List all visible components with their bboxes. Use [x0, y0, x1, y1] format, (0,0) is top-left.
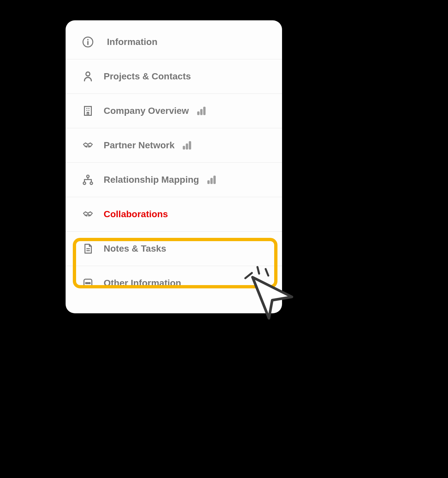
menu-item-collaborations[interactable]: Collaborations	[66, 197, 282, 232]
building-icon	[81, 104, 94, 117]
handshake-icon	[81, 208, 94, 221]
chart-icon	[195, 104, 208, 117]
svg-rect-21	[214, 176, 216, 184]
svg-rect-14	[186, 143, 188, 149]
menu-item-notes-tasks[interactable]: Notes & Tasks	[66, 232, 282, 266]
navigation-panel: Information Projects & Contacts Company …	[66, 20, 282, 313]
menu-label: Information	[107, 37, 271, 47]
menu-item-partner-network[interactable]: Partner Network	[66, 128, 282, 163]
svg-rect-11	[200, 109, 202, 115]
menu-item-projects-contacts[interactable]: Projects & Contacts	[66, 59, 282, 94]
svg-rect-12	[203, 107, 206, 115]
more-horizontal-icon	[81, 277, 94, 290]
chart-icon	[180, 139, 193, 152]
svg-point-25	[86, 282, 87, 284]
document-icon	[81, 242, 94, 255]
menu-label: Relationship Mapping	[104, 175, 199, 185]
info-circle-icon	[81, 35, 94, 49]
menu-label: Projects & Contacts	[104, 71, 271, 82]
svg-rect-19	[207, 180, 210, 184]
svg-rect-15	[189, 141, 191, 150]
svg-rect-4	[85, 107, 92, 115]
menu-item-other-information[interactable]: Other Information	[66, 266, 282, 300]
chart-icon	[205, 173, 218, 186]
svg-rect-9	[87, 113, 89, 115]
menu-item-information[interactable]: Information	[66, 31, 282, 59]
menu-label: Notes & Tasks	[104, 243, 271, 254]
menu-item-relationship-mapping[interactable]: Relationship Mapping	[66, 163, 282, 197]
menu-item-company-overview[interactable]: Company Overview	[66, 94, 282, 128]
hierarchy-icon	[81, 173, 94, 186]
menu-label: Collaborations	[104, 209, 271, 219]
menu-label: Company Overview	[104, 106, 189, 116]
svg-rect-20	[210, 178, 213, 184]
handshake-icon	[81, 139, 94, 152]
svg-rect-10	[197, 111, 199, 115]
svg-point-26	[87, 282, 89, 284]
menu-label: Other Information	[104, 278, 271, 288]
svg-rect-13	[183, 146, 185, 149]
person-icon	[81, 70, 94, 83]
svg-point-27	[89, 282, 90, 284]
menu-label: Partner Network	[104, 140, 174, 151]
svg-point-3	[86, 72, 90, 76]
